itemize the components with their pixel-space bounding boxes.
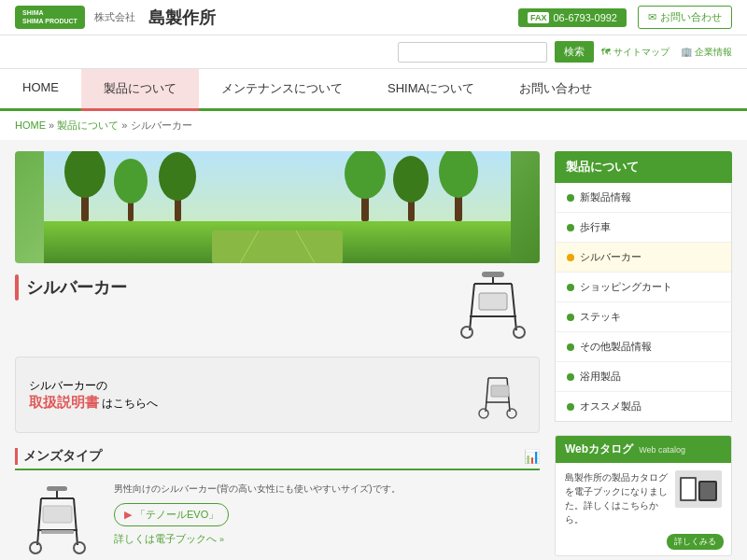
silver-car-illustration (446, 265, 540, 349)
dot-icon (567, 224, 574, 231)
detail-link[interactable]: 詳しくは電子ブックへ » (114, 532, 540, 546)
dot-icon (567, 194, 574, 202)
svg-rect-39 (43, 506, 72, 523)
svg-rect-2 (212, 231, 343, 263)
sitemap-link[interactable]: 🗺 サイトマップ (601, 46, 669, 59)
svg-point-12 (393, 156, 429, 203)
svg-point-38 (74, 542, 85, 553)
breadcrumb: HOME » 製品について » シルバーカー (0, 111, 747, 140)
sub-section-bar (15, 448, 18, 465)
sidebar-item-label: 浴用製品 (580, 370, 621, 384)
sidebar-item-silver-car[interactable]: シルバーカー (556, 243, 731, 273)
web-catalog-title: Webカタログ (565, 441, 633, 457)
manual-text: シルバーカーの (29, 379, 107, 392)
detail-label: 詳しくは電子ブックへ (114, 532, 217, 546)
svg-rect-41 (47, 486, 67, 491)
company-info-link[interactable]: 🏢 企業情報 (681, 46, 732, 59)
sidebar-item-recommended[interactable]: オススメ製品 (556, 392, 731, 421)
web-catalog-header: Webカタログ Web catalog (556, 436, 731, 463)
top-nav-links: 🗺 サイトマップ 🏢 企業情報 (601, 46, 732, 59)
mens-section: メンズタイプ 📊 (15, 448, 540, 560)
svg-rect-46 (700, 483, 715, 499)
product-description-area: 男性向けのシルバーカー(背の高い女性にも使いやすいサイズ)です。 ▶ 「テノール… (114, 482, 540, 546)
fax-label: FAX (528, 12, 550, 23)
svg-rect-42 (41, 530, 74, 534)
svg-point-22 (514, 327, 525, 338)
svg-line-19 (512, 284, 516, 330)
sub-section-text: メンズタイプ (23, 448, 102, 465)
web-catalog-card: Webカタログ Web catalog 島製作所の製品カタログを電子ブックになり… (555, 435, 732, 556)
section-title: シルバーカー (15, 274, 435, 301)
top-bar: SHiMA SHIMA PRODUCT 株式会社 島製作所 FAX 06-679… (0, 0, 747, 35)
sidebar-section-title: 製品について (555, 151, 732, 183)
logo-text: SHiMA (22, 9, 78, 17)
manual-illustration (474, 367, 526, 423)
company-info-label: 企業情報 (695, 46, 732, 59)
sidebar-item-label: シルバーカー (580, 250, 641, 264)
hero-svg (15, 151, 540, 263)
detail-arrow-icon: » (219, 535, 224, 544)
svg-rect-32 (491, 385, 509, 397)
svg-point-30 (479, 409, 488, 418)
page-title: シルバーカー (26, 276, 127, 299)
nav-contact[interactable]: お問い合わせ (497, 69, 614, 108)
hero-image (15, 151, 540, 263)
sidebar-item-cane[interactable]: ステッキ (556, 302, 731, 332)
cta-label: 「テノールEVO」 (135, 508, 218, 522)
nav-home[interactable]: HOME (0, 69, 81, 108)
manual-banner-text: シルバーカーの 取扱説明書 はこちらへ (29, 378, 158, 412)
chart-icon: 📊 (524, 449, 540, 464)
nav-maintenance[interactable]: メンテナンスについて (199, 69, 365, 108)
logo-sub: SHIMA PRODUCT (22, 18, 78, 25)
section-title-bar (15, 274, 19, 301)
svg-point-31 (507, 409, 516, 418)
content-area: シルバーカー シルバーカーの 取扱説明書 はこちらへ (0, 140, 747, 560)
dot-icon (567, 284, 574, 291)
svg-line-34 (37, 498, 41, 545)
sidebar-item-label: 歩行車 (580, 220, 611, 234)
sidebar-item-new-products[interactable]: 新製品情報 (556, 183, 731, 213)
web-catalog-more-btn[interactable]: 詳しくみる (667, 534, 724, 550)
cta-button[interactable]: ▶ 「テノールEVO」 (114, 503, 229, 526)
web-catalog-image (675, 470, 722, 508)
svg-rect-23 (479, 293, 507, 310)
breadcrumb-home[interactable]: HOME (15, 119, 46, 131)
svg-line-18 (470, 284, 474, 330)
contact-link[interactable]: ✉ お問い合わせ (638, 6, 732, 29)
company-name: 島製作所 (148, 7, 216, 29)
sidebar-item-label: ショッピングカート (580, 280, 672, 294)
search-input[interactable] (398, 42, 547, 63)
sidebar-item-label: 新製品情報 (580, 190, 631, 204)
section-header: シルバーカー (15, 274, 540, 301)
sidebar-item-shopping-cart[interactable]: ショッピングカート (556, 273, 731, 302)
manual-strong-text: 取扱説明書 (29, 394, 99, 410)
sidebar-item-other[interactable]: その他製品情報 (556, 332, 731, 362)
map-icon: 🗺 (601, 47, 611, 57)
dot-icon (567, 314, 574, 321)
catalog-book-icon (678, 473, 720, 506)
sidebar-item-walker[interactable]: 歩行車 (556, 213, 731, 243)
search-button[interactable]: 検索 (555, 41, 594, 63)
main-nav: HOME 製品について メンテナンスについて SHIMAについて お問い合わせ (0, 69, 747, 111)
svg-point-8 (159, 152, 196, 201)
svg-line-27 (486, 378, 488, 412)
sidebar-item-bath[interactable]: 浴用製品 (556, 362, 731, 392)
nav-products[interactable]: 製品について (81, 69, 199, 111)
company-prefix: 株式会社 (94, 10, 135, 24)
phone-text: 06-6793-0992 (553, 12, 617, 23)
web-catalog-sub: Web catalog (639, 445, 685, 455)
svg-rect-25 (482, 272, 504, 277)
web-catalog-more-area: 詳しくみる (556, 534, 731, 555)
nav-about[interactable]: SHIMAについて (365, 69, 497, 108)
dot-icon (567, 343, 574, 351)
product-description: 男性向けのシルバーカー(背の高い女性にも使いやすいサイズ)です。 (114, 482, 540, 496)
sub-section-title: メンズタイプ 📊 (15, 448, 540, 470)
web-catalog-body: 島製作所の製品カタログを電子ブックになりました。詳しくはこちらから。 (556, 463, 731, 534)
tenor-evo-illustration (22, 482, 92, 560)
sitemap-label: サイトマップ (613, 46, 669, 59)
sidebar-menu: 新製品情報 歩行車 シルバーカー ショッピングカート ステッキ その他製品情報 (555, 183, 732, 422)
svg-line-35 (74, 498, 78, 545)
sidebar-item-label: オススメ製品 (580, 399, 641, 413)
manual-banner[interactable]: シルバーカーの 取扱説明書 はこちらへ (15, 357, 540, 433)
breadcrumb-products[interactable]: 製品について (57, 119, 119, 131)
